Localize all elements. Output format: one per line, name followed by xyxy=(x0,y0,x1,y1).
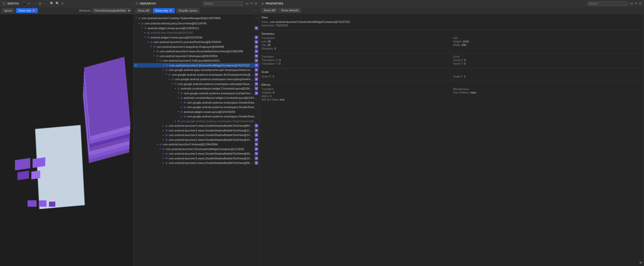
history-icon[interactable]: ↩ xyxy=(28,2,30,5)
node-type-icon: ⊟ xyxy=(144,26,147,30)
expand-icon[interactable]: ▾ xyxy=(153,55,156,58)
expand-icon[interactable]: ▸ xyxy=(153,50,156,53)
clip-children-value: Clip Children: false xyxy=(453,91,642,94)
expand-icon[interactable]: ▾ xyxy=(147,40,150,43)
expand-icon[interactable]: ▸ xyxy=(180,115,183,118)
tree-node[interactable]: ▸⊞com.android.launcher3.views.DoubleShad… xyxy=(133,133,259,138)
tree-node[interactable]: ▾⊞com.android.internal.policy.DecorView@… xyxy=(133,21,259,26)
zoom-out-icon[interactable]: 🔍 xyxy=(50,2,54,5)
tree-node[interactable]: ▾⊟com.android.launcher3.CellLayout@66104… xyxy=(133,58,259,63)
expand-icon[interactable]: ▾ xyxy=(165,73,168,76)
expand-icon[interactable]: ▸ xyxy=(144,31,147,34)
expand-icon[interactable]: ▾ xyxy=(162,64,165,67)
node-text: android.widget.LinearLayout@110949111 xyxy=(148,26,254,30)
properties-header: ⊟ PROPERTIES Aa ⚙ ⊟ xyxy=(259,0,644,7)
expand-icon[interactable]: ▸ xyxy=(162,124,165,127)
tree-node[interactable]: ▾⊟com.android.launcher3.ShortcutAndWidge… xyxy=(133,147,259,152)
expand-icon[interactable]: ▾ xyxy=(138,22,141,25)
expand-icon[interactable]: ▸ xyxy=(180,106,183,109)
tree-node[interactable]: ▾⊟androidx.constraintlayout.widget.Const… xyxy=(133,86,259,91)
tree-node[interactable]: ▸⊞com.android.launcher3.views.DoubleShad… xyxy=(133,161,259,165)
windows-dropdown[interactable]: PhoneWindow@ad699de xyxy=(92,8,131,13)
tree-node[interactable]: ▾⊟com.android.launcher3.Workspace@581009… xyxy=(133,54,259,59)
node-badge-v: V xyxy=(255,73,258,76)
reset-zoom-icon[interactable]: ⊙ xyxy=(61,2,64,5)
tree-node[interactable]: ▾⊟android.widget.LinearLayout@110949111V xyxy=(133,26,259,31)
tree-node[interactable]: ▸⊞com.google.android.systemui.smartspace… xyxy=(133,105,259,110)
grid-icon[interactable]: ⊞ xyxy=(39,2,41,5)
tree-node[interactable]: ▸⊞com.google.android.systemui.smartspace… xyxy=(133,100,259,105)
tree-node[interactable]: ▾⊟com.google.android.systemui.smartspace… xyxy=(133,72,259,77)
prop-options-icon[interactable]: ⚙ xyxy=(635,2,637,5)
ignore-button[interactable]: Ignore xyxy=(2,8,14,13)
tree-node[interactable]: ▾⊟android.widget.LinearLayout@224246003 xyxy=(133,110,259,114)
expand-icon[interactable]: ▾ xyxy=(177,110,180,113)
eye-icon[interactable]: 👁 xyxy=(134,63,137,68)
expand-icon[interactable]: ▾ xyxy=(156,59,159,62)
prop-text-size-icon[interactable]: Aa xyxy=(630,2,633,5)
expand-icon[interactable]: ▾ xyxy=(134,17,138,20)
tree-node[interactable]: ▸⊞com.android.launcher3.views.DoubleShad… xyxy=(133,151,259,156)
svg-rect-12 xyxy=(31,170,40,179)
show-only-button[interactable]: Show only V xyxy=(16,8,38,13)
expand-icon[interactable]: ▾ xyxy=(150,45,153,48)
tree-node[interactable]: ▾⊟com.google.android.apps.nexuslauncher.… xyxy=(133,68,259,72)
tree-node[interactable]: ▾⊟com.android.launcher3.dragndrop.DragLa… xyxy=(133,45,259,49)
tree-node[interactable]: ▾⊟com.android.launcher3.LauncherRootView… xyxy=(133,40,259,45)
expand-icon[interactable]: ▸ xyxy=(162,152,165,155)
tree-node[interactable]: ▾⊟com.google.android.systemui.smartspace… xyxy=(133,82,259,86)
expand-icon[interactable]: ▸ xyxy=(162,129,165,132)
expand-icon[interactable]: ▾ xyxy=(174,87,177,90)
properties-search[interactable] xyxy=(587,1,628,6)
expand-icon[interactable]: ▾ xyxy=(177,96,180,99)
expand-icon[interactable]: ▾ xyxy=(156,143,159,146)
hierarchy-more-btn[interactable]: ⋯ xyxy=(254,9,257,13)
show-defaults-button[interactable]: Show defaults xyxy=(279,8,301,13)
expand-icon[interactable]: ▸ xyxy=(174,120,177,123)
expand-icon[interactable]: ▾ xyxy=(159,148,162,151)
text-size-icon[interactable]: Aa xyxy=(246,2,249,5)
tree-node[interactable]: ▸⊞com.android.launcher3.views.DoubleShad… xyxy=(133,123,259,128)
tree-node[interactable]: ▾⊞com.android.launcher3.taskbar.TaskbarM… xyxy=(133,15,259,21)
expand-icon[interactable]: ▸ xyxy=(162,161,165,164)
tree-node[interactable]: ▸⊞com.android.launcher3.views.Accessibil… xyxy=(133,49,259,54)
expand-icon[interactable]: ▾ xyxy=(171,82,174,85)
tree-node[interactable]: ▸⊞com.google.android.systemui.smartspace… xyxy=(133,119,259,124)
hierarchy-show-only-button[interactable]: Show only V xyxy=(153,8,175,13)
tree-node[interactable]: ▾⊟com.google.android.systemui.smartspace… xyxy=(133,91,259,96)
tree-node[interactable]: 👁▾⊟com.android.launcher3.ShortcutAndWidg… xyxy=(133,63,259,68)
expand-icon[interactable]: ▸ xyxy=(162,157,165,160)
phone-icon[interactable]: 📱 xyxy=(22,2,26,5)
hierarchy-options-icon[interactable]: ⚙ xyxy=(250,2,253,5)
tree-node[interactable]: ▸⊞android.view.ViewStub@63475287 xyxy=(133,30,259,35)
tree-more-icon[interactable]: ⋯ xyxy=(255,16,258,21)
expand-icon[interactable]: ▾ xyxy=(162,68,165,71)
tree-node[interactable]: ▾⊟com.android.launcher3.Hotseat@12964356… xyxy=(133,142,259,147)
prop-show-diff-button[interactable]: Show diff xyxy=(261,8,277,13)
tree-node[interactable]: ▸⊞com.android.launcher3.views.DoubleShad… xyxy=(133,128,259,133)
node-badge-v: V xyxy=(255,26,258,30)
expand-icon[interactable]: ▾ xyxy=(144,36,147,39)
simplify-names-button[interactable]: Simplify names xyxy=(176,8,200,13)
expand-icon[interactable]: ▸ xyxy=(180,101,183,104)
node-type-icon: ⊟ xyxy=(159,59,162,62)
node-text: com.android.launcher3.Hotseat@129643566 xyxy=(163,142,254,147)
expand-icon[interactable]: ▸ xyxy=(162,134,165,137)
hierarchy-search[interactable] xyxy=(203,1,243,6)
zoom-in-icon[interactable]: 🔍 xyxy=(55,2,59,5)
width-value: Width: 946 xyxy=(453,43,642,47)
expand-icon[interactable]: ▾ xyxy=(168,78,171,81)
hierarchy-more-icon[interactable]: ⊟ xyxy=(254,2,257,5)
prop-more-icon[interactable]: ⊟ xyxy=(639,2,642,5)
expand-icon[interactable]: ▸ xyxy=(162,138,165,141)
tree-node[interactable]: ▾⊟com.google.android.systemui.smartspace… xyxy=(133,77,259,82)
tree-node[interactable]: ▾⊟android.widget.FrameLayout@322194294V xyxy=(133,35,259,40)
tree-node[interactable]: ▾⊟androidx.constraintlayout.widget.Const… xyxy=(133,96,259,100)
node-type-icon: ⊞ xyxy=(156,50,159,53)
expand-icon[interactable]: ▾ xyxy=(141,27,144,30)
hierarchy-show-diff-button[interactable]: Show diff xyxy=(135,8,151,13)
tree-node[interactable]: ▸⊞com.google.android.systemui.smartspace… xyxy=(133,114,259,119)
tree-node[interactable]: ▸⊞com.android.launcher3.views.DoubleShad… xyxy=(133,156,259,161)
tree-node[interactable]: ▸⊞com.android.launcher3.views.DoubleShad… xyxy=(133,138,259,142)
expand-icon[interactable]: ▾ xyxy=(177,92,180,95)
